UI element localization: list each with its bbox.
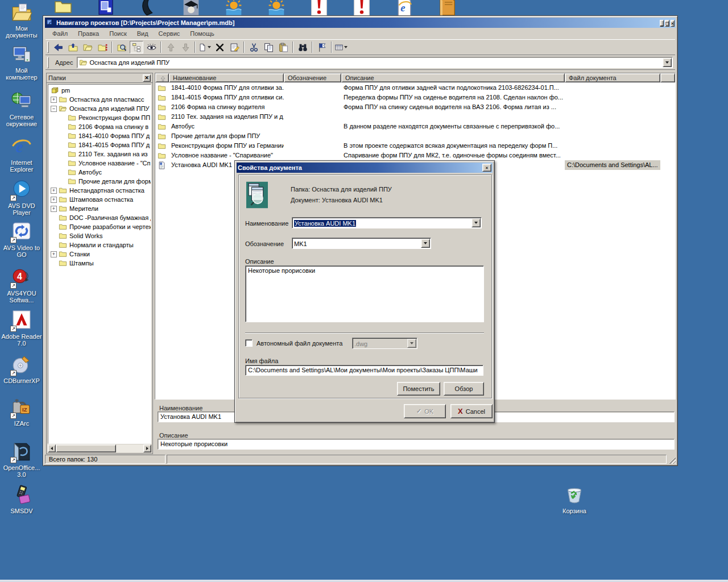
name-combobox[interactable]: Установка AUDI MK1 <box>292 217 482 228</box>
code-dropdown-button[interactable] <box>421 239 430 248</box>
scroll-right-icon[interactable] <box>143 444 151 452</box>
tree-item[interactable]: +Штамповая остнастка <box>48 195 151 204</box>
tree-item[interactable]: −Оснастка для изделий ППУ <box>48 104 151 113</box>
tree-expander-plus-icon[interactable]: + <box>51 206 57 212</box>
eye-button[interactable] <box>144 41 158 53</box>
desktop-icon-app-blue[interactable] <box>97 0 117 15</box>
tree-item[interactable]: 1841-4015 Форма ППУ д <box>48 140 151 149</box>
address-combobox[interactable]: Оснастка для изделий ППУ <box>77 57 673 68</box>
tree-horizontal-scrollbar[interactable] <box>48 444 151 452</box>
maximize-icon[interactable]: □ <box>665 20 669 27</box>
desktop-icon-app-book[interactable] <box>438 0 458 15</box>
address-grip[interactable] <box>47 57 49 68</box>
desktop-icon-cdburnerxp[interactable]: ↗CDBurnerXP <box>1 355 42 384</box>
grid-view-button[interactable] <box>334 41 348 53</box>
back-button[interactable] <box>51 41 65 53</box>
folders-close-icon[interactable]: ✕ <box>143 74 151 82</box>
menu-item-5[interactable]: Помощь <box>185 29 219 38</box>
column-header-1[interactable]: Наименование <box>169 73 284 82</box>
tree-item[interactable]: 2106 Форма на спинку в <box>48 122 151 131</box>
name-dropdown-button[interactable] <box>471 218 481 227</box>
desktop-icon-avs-video-to-go[interactable]: ↗AVS Video to GO <box>1 222 42 258</box>
tree-expander-plus-icon[interactable]: + <box>51 251 57 257</box>
desktop-icon-izarc[interactable]: IZ↗IZArc <box>1 397 42 427</box>
properties-button[interactable] <box>228 41 241 53</box>
cancel-button[interactable]: X Cancel <box>450 404 493 418</box>
menu-item-1[interactable]: Правка <box>73 29 104 38</box>
minimize-icon[interactable]: _ <box>660 20 664 27</box>
code-combobox[interactable]: MK1 <box>292 238 431 249</box>
desktop-icon-app-sun[interactable] <box>225 0 245 15</box>
desktop-icon-avs-dvd-player[interactable]: ↗AVS DVD Player <box>1 180 42 216</box>
desktop-icon-app-graduate[interactable] <box>182 0 202 15</box>
desktop-icon-internet-explorer[interactable]: eInternet Explorer <box>1 136 42 173</box>
tree-view-button[interactable] <box>130 41 143 53</box>
tree-expander-plus-icon[interactable]: + <box>51 188 57 194</box>
column-header-3[interactable]: Описание <box>341 73 565 82</box>
column-header-0[interactable] <box>155 73 169 82</box>
tree-item[interactable]: Прочие разработки и чертеж <box>48 222 151 231</box>
move-down-button[interactable] <box>179 41 192 53</box>
move-up-button[interactable] <box>164 41 177 53</box>
desktop-icon-app-dark[interactable] <box>139 0 160 15</box>
search-button[interactable] <box>115 41 129 53</box>
desc-textarea[interactable]: Некоторые прорисовки <box>245 265 484 322</box>
desktop-icon-folder[interactable] <box>54 0 75 15</box>
paste-button[interactable] <box>276 41 290 53</box>
place-button[interactable]: Поместить <box>397 382 440 396</box>
tree-item[interactable]: Штампы <box>48 259 151 268</box>
tree-item-root[interactable]: pm <box>48 86 151 95</box>
tree-expander-minus-icon[interactable]: − <box>51 106 57 112</box>
window-titlebar[interactable]: Навигатор проектов [D:\Projects\Project … <box>45 18 676 28</box>
find-button[interactable] <box>296 41 309 53</box>
filename-input[interactable]: C:\Documents and Settings\AL\Мои докумен… <box>245 365 483 376</box>
tree-item[interactable]: 1841-4010 Форма ППУ д <box>48 131 151 140</box>
dialog-close-icon[interactable]: ✕ <box>482 164 491 172</box>
tree-item[interactable]: Прочие детали для форм <box>48 177 151 186</box>
list-row[interactable]: 2106 Форма на спинку водителяФорма ППУ н… <box>155 102 675 112</box>
close-icon[interactable]: ✕ <box>671 20 675 27</box>
tree-item[interactable]: 2110 Тех. задания на из <box>48 149 151 159</box>
list-row[interactable]: Реконструкция форм ППУ из ГерманииВ этом… <box>155 141 675 151</box>
delete-button[interactable] <box>213 41 226 53</box>
tree-item[interactable]: Условное название - "Сп <box>48 159 151 168</box>
browse-button[interactable]: Обзор <box>444 382 484 396</box>
desktop-icon-my-documents[interactable]: Мои документы <box>1 2 42 39</box>
tree-expander-plus-icon[interactable]: + <box>51 197 57 203</box>
copy-button[interactable] <box>262 41 275 53</box>
tree-item[interactable]: Нормали и стандарты <box>48 240 151 250</box>
resize-grip[interactable] <box>668 455 676 464</box>
menu-item-2[interactable]: Поиск <box>105 29 131 38</box>
list-row[interactable]: 2110 Тех. задания на изделия ППУ и д... <box>155 112 675 122</box>
open-folder-button[interactable] <box>81 41 94 53</box>
up-folder-button[interactable] <box>66 41 80 53</box>
column-header-4[interactable]: Файл документа <box>565 73 660 82</box>
tree-item[interactable]: +Остнастка для пластмасс <box>48 95 151 104</box>
desktop-icon-app-exclamation[interactable] <box>353 0 373 15</box>
cut-button[interactable] <box>247 41 260 53</box>
tree-item[interactable]: +Мерители <box>48 204 151 213</box>
flag-button[interactable] <box>315 41 329 53</box>
standalone-file-checkbox[interactable] <box>245 339 253 347</box>
address-dropdown-button[interactable] <box>663 58 672 67</box>
tree-item[interactable]: Solid Works <box>48 231 151 240</box>
desktop-icon-app-sun[interactable] <box>267 0 288 15</box>
toolbar-grip[interactable] <box>47 41 49 53</box>
column-header-2[interactable]: Обозначение <box>284 73 341 82</box>
tree-item[interactable]: DOC -Различная бумажная д <box>48 213 151 222</box>
menu-item-0[interactable]: Файл <box>48 29 72 38</box>
dialog-titlebar[interactable]: Свойства документа ✕ <box>237 163 493 173</box>
desktop-icon-adobe-reader[interactable]: ↗Adobe Reader 7.0 <box>1 310 42 347</box>
scroll-left-icon[interactable] <box>48 444 56 452</box>
list-row[interactable]: 1841-4015 Форма ППУ для отливки си...Пер… <box>155 93 675 102</box>
desktop-icon-network[interactable]: Сетевое окружение <box>1 91 42 127</box>
desktop-icon-app-exclamation[interactable] <box>310 0 330 15</box>
menu-item-4[interactable]: Сервис <box>154 29 185 38</box>
ok-button[interactable]: ✓ OK <box>404 404 446 418</box>
desktop-icon-avs4you[interactable]: 4↗AVS4YOU Softwa... <box>1 267 42 304</box>
desktop-icon-app-ie-doc[interactable]: e <box>395 0 416 15</box>
new-document-button[interactable] <box>198 41 212 53</box>
column-header-5[interactable] <box>660 73 675 82</box>
desktop-icon-smsdv[interactable]: SMSDV <box>1 485 42 514</box>
scroll-thumb[interactable] <box>56 444 116 452</box>
